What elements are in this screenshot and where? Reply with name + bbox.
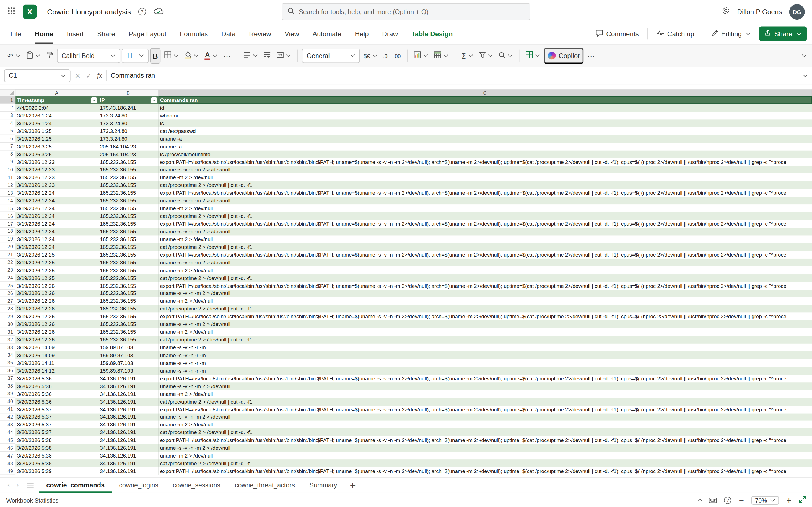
cell-timestamp[interactable]: 3/19/2026 12:23 <box>15 181 98 189</box>
row-number[interactable]: 20 <box>0 243 15 251</box>
cell-command[interactable]: uname -s -v -n -r -m <box>158 359 812 367</box>
more-font-options-button[interactable]: ⋯ <box>221 48 233 63</box>
row-number[interactable]: 5 <box>0 127 15 135</box>
cell-timestamp[interactable]: 3/19/2026 1:24 <box>15 119 98 127</box>
cell-command[interactable]: cat /proc/uptime 2 > /dev/null | cut -d.… <box>158 305 812 313</box>
cell-command[interactable]: ls /proc/self/mountinfo <box>158 150 812 158</box>
cell-ip[interactable]: 165.232.36.155 <box>99 235 158 243</box>
cell-command[interactable]: ls <box>158 119 812 127</box>
global-search[interactable] <box>282 3 530 20</box>
cell-command[interactable]: uname -m 2 > /dev/null <box>158 328 812 336</box>
catch-up-button[interactable]: Catch up <box>653 27 697 40</box>
cell-ip[interactable]: 165.232.36.155 <box>99 212 158 220</box>
fullscreen-expand-icon[interactable] <box>799 495 806 505</box>
format-as-table-button[interactable] <box>432 48 450 63</box>
zoom-out-button[interactable]: − <box>739 496 744 504</box>
cell-timestamp[interactable]: 3/19/2026 12:25 <box>15 266 98 274</box>
cell-timestamp[interactable]: 3/19/2026 1:24 <box>15 112 98 119</box>
row-number[interactable]: 48 <box>0 459 15 467</box>
row-number[interactable]: 9 <box>0 158 15 166</box>
cell-ip[interactable]: 34.136.126.191 <box>99 382 158 390</box>
row-number[interactable]: 33 <box>0 344 15 351</box>
cell-timestamp[interactable]: 3/19/2026 1:25 <box>15 127 98 135</box>
row-number[interactable]: 47 <box>0 452 15 459</box>
cell-ip[interactable]: 165.232.36.155 <box>99 243 158 251</box>
ribbon-tab-share[interactable]: Share <box>97 23 115 44</box>
cell-timestamp[interactable]: 3/20/2026 5:38 <box>15 444 98 452</box>
cell-timestamp[interactable]: 3/19/2026 12:26 <box>15 336 98 344</box>
cell-timestamp[interactable]: 3/19/2026 12:24 <box>15 205 98 212</box>
row-number[interactable]: 40 <box>0 398 15 405</box>
conditional-formatting-button[interactable] <box>412 48 430 63</box>
ribbon-tab-file[interactable]: File <box>10 23 21 44</box>
cell-command[interactable]: uname -s -v -n -m 2 > /dev/null <box>158 197 812 205</box>
sheet-tab-cowrie_threat_actors[interactable]: cowrie_threat_actors <box>227 478 302 493</box>
font-size-select[interactable]: 11 <box>121 48 148 63</box>
cell-ip[interactable]: 165.232.36.155 <box>99 313 158 321</box>
cell-ip[interactable]: 165.232.36.155 <box>99 251 158 259</box>
row-number[interactable]: 38 <box>0 382 15 390</box>
editing-mode-dropdown[interactable]: Editing <box>708 27 754 40</box>
row-number[interactable]: 45 <box>0 437 15 444</box>
fill-color-button[interactable] <box>182 48 201 63</box>
row-number[interactable]: 26 <box>0 289 15 297</box>
cell-timestamp[interactable]: 3/19/2026 12:24 <box>15 197 98 205</box>
cell-ip[interactable]: 173.3.24.80 <box>99 119 158 127</box>
font-color-button[interactable]: A <box>203 48 220 63</box>
cell-ip[interactable]: 179.43.186.241 <box>99 104 158 112</box>
header-cell-timestamp[interactable]: Timestamp <box>15 96 98 104</box>
row-number[interactable]: 25 <box>0 282 15 289</box>
cell-ip[interactable]: 34.136.126.191 <box>99 459 158 467</box>
increase-decimal-button[interactable]: .00 <box>391 48 403 63</box>
cell-command[interactable]: uname -m 2 > /dev/null <box>158 174 812 181</box>
row-number[interactable]: 49 <box>0 467 15 475</box>
cell-timestamp[interactable]: 3/19/2026 12:23 <box>15 166 98 174</box>
cell-ip[interactable]: 165.232.36.155 <box>99 166 158 174</box>
cell-command[interactable]: export PATH=/usr/local/sbin:/usr/local/b… <box>158 282 812 289</box>
cell-ip[interactable]: 34.136.126.191 <box>99 413 158 421</box>
cell-ip[interactable]: 34.136.126.191 <box>99 405 158 413</box>
cell-timestamp[interactable]: 3/19/2026 12:23 <box>15 174 98 181</box>
cell-command[interactable]: cat /proc/uptime 2 > /dev/null | cut -d.… <box>158 459 812 467</box>
cancel-icon[interactable]: × <box>75 72 81 79</box>
cell-timestamp[interactable]: 3/19/2026 14:12 <box>15 367 98 375</box>
cell-timestamp[interactable]: 3/19/2026 12:24 <box>15 243 98 251</box>
row-number[interactable]: 18 <box>0 228 15 235</box>
row-number[interactable]: 3 <box>0 112 15 119</box>
row-number[interactable]: 19 <box>0 235 15 243</box>
cell-command[interactable]: uname -s -v -n -m 2 > /dev/null <box>158 382 812 390</box>
cell-command[interactable]: uname -m 2 > /dev/null <box>158 205 812 212</box>
cell-command[interactable]: uname -m 2 > /dev/null <box>158 266 812 274</box>
keyboard-icon[interactable] <box>709 495 717 505</box>
cell-command[interactable]: export PATH=/usr/local/sbin:/usr/local/b… <box>158 437 812 444</box>
cell-timestamp[interactable]: 3/20/2026 5:38 <box>15 459 98 467</box>
cell-command[interactable]: cat /proc/uptime 2 > /dev/null | cut -d.… <box>158 336 812 344</box>
cell-timestamp[interactable]: 3/19/2026 12:26 <box>15 321 98 328</box>
cell-timestamp[interactable]: 3/19/2026 12:25 <box>15 274 98 282</box>
cell-ip[interactable]: 165.232.36.155 <box>99 228 158 235</box>
cell-timestamp[interactable]: 3/19/2026 12:26 <box>15 282 98 289</box>
row-number[interactable]: 11 <box>0 174 15 181</box>
cell-command[interactable]: export PATH=/usr/local/sbin:/usr/local/b… <box>158 467 812 475</box>
help-icon[interactable]: ? <box>724 497 731 504</box>
align-button[interactable] <box>242 48 260 63</box>
cell-command[interactable]: uname -s -v -n -r -m <box>158 344 812 351</box>
enter-check-icon[interactable]: ✓ <box>86 72 92 79</box>
cell-ip[interactable]: 165.232.36.155 <box>99 220 158 228</box>
row-number[interactable]: 21 <box>0 251 15 259</box>
row-number[interactable]: 34 <box>0 351 15 359</box>
cell-command[interactable]: uname -m 2 > /dev/null <box>158 421 812 429</box>
cell-command[interactable]: uname -s -v -n -m 2 > /dev/null <box>158 228 812 235</box>
ribbon-tab-data[interactable]: Data <box>221 23 236 44</box>
paste-button[interactable] <box>24 48 42 63</box>
merge-cells-button[interactable] <box>275 48 293 63</box>
workbook-info-icon[interactable]: ? <box>138 8 146 15</box>
chevron-up-icon[interactable] <box>698 499 702 503</box>
cell-timestamp[interactable]: 3/19/2026 12:26 <box>15 328 98 336</box>
excel-logo-icon[interactable]: X <box>23 5 37 19</box>
row-number[interactable]: 42 <box>0 413 15 421</box>
cell-timestamp[interactable]: 3/20/2026 5:36 <box>15 382 98 390</box>
cell-timestamp[interactable]: 4/4/2026 2:04 <box>15 104 98 112</box>
sheet-nav-right-icon[interactable]: › <box>13 481 22 489</box>
cell-ip[interactable]: 34.136.126.191 <box>99 444 158 452</box>
